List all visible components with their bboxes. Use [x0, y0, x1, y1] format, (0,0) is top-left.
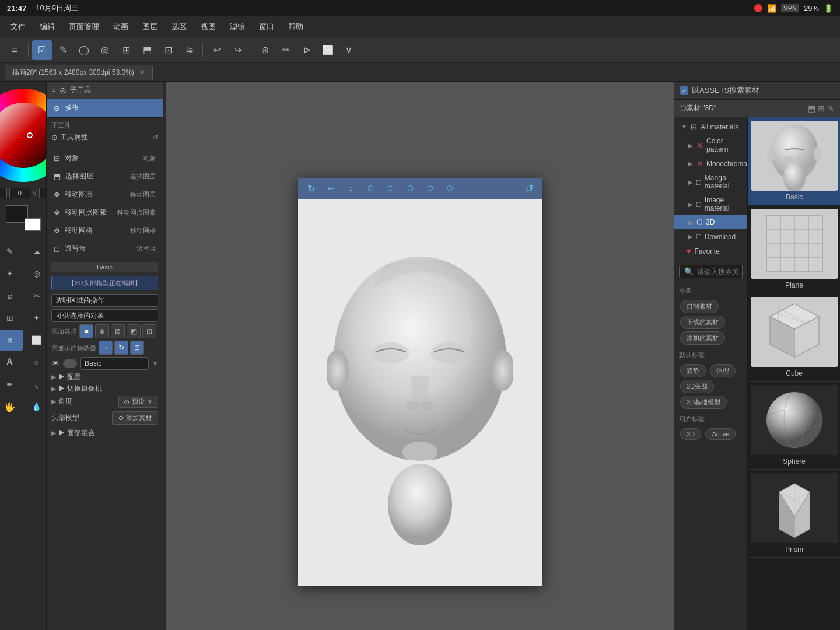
angle-expand[interactable]: ▶ 角度 ⊙ 预设 ▼: [51, 396, 158, 408]
canvas-wrapper[interactable]: ↻ ↔ ↕ ⬡ ⬡ ⬡ ⬡ ⬡ ↺: [166, 82, 674, 630]
toolbar-fill-btn[interactable]: ◎: [95, 40, 115, 60]
fx-tool[interactable]: ✦: [24, 307, 47, 328]
transparency-select[interactable]: 透明区域的操作: [51, 294, 158, 307]
crop-tool[interactable]: ✂: [24, 285, 47, 306]
menu-animation[interactable]: 动画: [107, 19, 134, 34]
subtool-operation[interactable]: ⊕ 操作: [47, 99, 163, 117]
add-select-btn-4[interactable]: ◩: [127, 324, 141, 338]
color-v-input[interactable]: [39, 188, 47, 198]
add-select-btn-2[interactable]: ⊕: [95, 324, 109, 338]
mat-icon-1[interactable]: ⬒: [808, 104, 816, 113]
toolbar-more-btn[interactable]: ∨: [339, 40, 359, 60]
mat-thumb-extra[interactable]: [748, 558, 840, 600]
text-tool[interactable]: A: [0, 352, 23, 373]
mat-cat-download[interactable]: ▶ □ Download: [674, 229, 747, 244]
select-target-select[interactable]: 可供选择的对象: [51, 309, 158, 322]
toolbar-layer-btn[interactable]: ⬒: [137, 40, 157, 60]
3d-reset-btn[interactable]: ↺: [520, 180, 538, 197]
toolbar-shape-btn[interactable]: ◯: [74, 40, 94, 60]
eye-icon[interactable]: 👁: [51, 359, 60, 368]
add-select-btn-1[interactable]: ■: [79, 324, 93, 338]
toolbar-zoom-in-btn[interactable]: ⊕: [255, 40, 275, 60]
toolbar-filter-btn[interactable]: ≋: [179, 40, 199, 60]
tag-body[interactable]: 体型: [710, 364, 736, 377]
basic-select[interactable]: Basic: [80, 357, 149, 370]
assets-check[interactable]: ✓: [680, 86, 688, 94]
pen-tool[interactable]: ✎: [0, 241, 23, 262]
toggle-switch[interactable]: [63, 359, 77, 368]
gradient-tool[interactable]: ⌀: [0, 285, 23, 306]
subtool-menu-icon[interactable]: ≡: [52, 87, 56, 93]
handle-btn-2[interactable]: ↻: [114, 341, 128, 355]
3d-object-btn-1[interactable]: ⬡: [362, 180, 379, 197]
config-expand[interactable]: ▶ ▶ 配置: [51, 372, 158, 382]
mat-thumb-cube[interactable]: Cube: [748, 293, 840, 382]
subtool-move-dot[interactable]: ✥ 移动网点图素 移动网点图素: [47, 204, 163, 222]
tag-3d-basic[interactable]: 3D基础模型: [680, 396, 727, 409]
select-tool[interactable]: ✦: [0, 263, 23, 284]
subtool-lightbox[interactable]: ◻ 透写台 透写台: [47, 240, 163, 258]
subtool-object[interactable]: ⊞ 对象 对象: [47, 149, 163, 167]
mat-cat-image[interactable]: ▶ □ Image material: [674, 193, 747, 215]
rect-tool[interactable]: ⬜: [24, 330, 47, 351]
mat-icon-2[interactable]: ⊞: [818, 104, 825, 113]
tag-added[interactable]: 添加的素材: [680, 331, 725, 345]
3d-object-btn-3[interactable]: ⬡: [401, 180, 419, 197]
mat-thumb-plane[interactable]: Plane: [748, 205, 840, 293]
toolbar-undo-btn[interactable]: ↩: [206, 40, 226, 60]
subtool-select-layer[interactable]: ⬒ 选择图层 选择图层: [47, 167, 163, 186]
handle-btn-1[interactable]: ↔: [99, 341, 113, 355]
doc-tab-active[interactable]: 插画20* (1563 x 2480px 300dpi 53.0%) ✕: [5, 65, 153, 80]
toolbar-transform-btn[interactable]: ⊞: [116, 40, 136, 60]
toolbar-redo-btn[interactable]: ↪: [228, 40, 247, 60]
menu-selection[interactable]: 选区: [166, 19, 192, 34]
menu-view[interactable]: 视图: [195, 19, 222, 34]
curve-tool[interactable]: ◟: [24, 374, 47, 395]
add-material-btn[interactable]: ⊕ 添加素材: [112, 411, 158, 425]
hand-tool[interactable]: 🖐: [0, 396, 23, 417]
color-triangle[interactable]: [0, 103, 47, 168]
preset-btn[interactable]: ⊙ 预设 ▼: [118, 396, 158, 408]
tag-3d-head[interactable]: 3D头部: [680, 380, 714, 393]
3d-pan-y-btn[interactable]: ↕: [342, 180, 359, 197]
add-select-btn-3[interactable]: ⊠: [111, 324, 125, 338]
eraser-tool[interactable]: ☁: [24, 241, 47, 262]
camera-expand[interactable]: ▶ ▶ 切换摄像机: [51, 384, 158, 394]
mat-cat-3d[interactable]: ▶ ⬡ 3D: [674, 215, 747, 229]
eyedrop-tool[interactable]: 💧: [24, 396, 47, 417]
handle-btn-3[interactable]: ⊡: [130, 341, 144, 355]
color-wheel[interactable]: [0, 89, 47, 182]
menu-help[interactable]: 帮助: [282, 19, 309, 34]
3d-object-btn-5[interactable]: ⬡: [441, 180, 459, 197]
tag-pose[interactable]: 姿势: [680, 364, 706, 377]
toolbar-pen2-btn[interactable]: ✏: [276, 40, 296, 60]
vector-tool[interactable]: ✒: [0, 374, 23, 395]
search-input[interactable]: [697, 268, 748, 276]
menu-file[interactable]: 文件: [5, 19, 32, 34]
menu-window[interactable]: 窗口: [253, 19, 280, 34]
fill-tool[interactable]: ◎: [24, 263, 47, 284]
mat-cat-favorite[interactable]: ♥ Favorite: [674, 244, 747, 258]
mat-cat-all[interactable]: ▼ ⊞ All materials: [674, 120, 747, 134]
subtool-move-layer[interactable]: ✥ 移动图层 移动图层: [47, 186, 163, 204]
toolbar-lasso-btn[interactable]: ⊳: [297, 40, 317, 60]
transform-tool[interactable]: ⊞: [0, 307, 23, 328]
mat-cat-mono[interactable]: ▶ ✕ Monochromatic: [674, 156, 747, 171]
tag-user-active[interactable]: Active: [705, 428, 736, 440]
menu-page[interactable]: 页面管理: [63, 19, 105, 34]
tag-user-3d[interactable]: 3D: [680, 428, 701, 440]
3d-rotate-btn[interactable]: ↻: [302, 180, 320, 197]
tool-attr-reset-icon[interactable]: ↺: [152, 134, 158, 142]
mat-thumb-basic[interactable]: Basic: [748, 117, 840, 205]
3d-object-btn-2[interactable]: ⬡: [382, 180, 399, 197]
menu-edit[interactable]: 编辑: [34, 19, 61, 34]
mat-icon-3[interactable]: ✎: [827, 104, 834, 113]
toolbar-select-btn[interactable]: ☑: [32, 40, 52, 60]
toolbar-warp-btn[interactable]: ⊡: [158, 40, 178, 60]
mat-cat-manga[interactable]: ▶ □ Manga material: [674, 171, 747, 193]
color-h-input[interactable]: [0, 188, 7, 198]
tag-custom[interactable]: 自制素材: [680, 300, 719, 313]
mat-cat-color[interactable]: ▶ ✕ Color pattern: [674, 134, 747, 156]
3d-pan-x-btn[interactable]: ↔: [322, 180, 340, 197]
tag-downloaded[interactable]: 下载的素材: [680, 316, 725, 329]
